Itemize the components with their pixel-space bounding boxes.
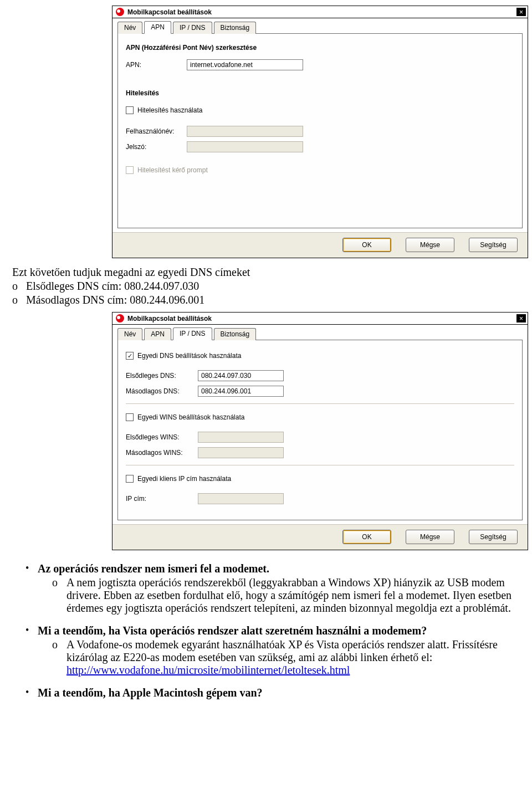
apn-label: APN: — [126, 61, 187, 69]
sub-bullet-marker: o — [52, 638, 66, 677]
dns-intro-text: Ezt követően tudjuk megadni az egyedi DN… — [12, 266, 520, 279]
window-title: Mobilkapcsolat beállítások — [127, 315, 513, 322]
close-icon[interactable]: × — [516, 314, 526, 322]
use-wins-label: Egyedi WINS beállítások használata — [137, 413, 244, 421]
use-ip-label: Egyedi kliens IP cím használata — [137, 475, 231, 483]
tabstrip: Név APN IP / DNS Biztonság — [112, 325, 528, 340]
ip-label: IP cím: — [126, 495, 198, 503]
apn-section-heading: APN (Hozzáférési Pont Név) szerkesztése — [126, 44, 514, 52]
dns2-input[interactable] — [198, 386, 284, 397]
tab-ip-dns[interactable]: IP / DNS — [173, 327, 212, 340]
use-ip-checkbox[interactable] — [126, 475, 134, 483]
dns-secondary-label: Másodlagos DNS cím: 080.244.096.001 — [26, 294, 204, 306]
tabpage-ipdns: ✓ Egyedi DNS beállítások használata Első… — [117, 340, 523, 520]
faq-q3: Mi a teendőm, ha Apple Macintosh gépem v… — [38, 687, 263, 699]
vodafone-icon — [116, 314, 124, 322]
tab-apn[interactable]: APN — [144, 21, 171, 34]
tabpage-apn: APN (Hozzáférési Pont Név) szerkesztése … — [117, 33, 523, 228]
auth-section-heading: Hitelesítés — [126, 89, 514, 97]
auth-prompt-checkbox[interactable] — [126, 166, 134, 174]
wins2-label: Másodlagos WINS: — [126, 449, 198, 457]
password-label: Jelszó: — [126, 143, 187, 151]
tab-security[interactable]: Biztonság — [214, 328, 257, 340]
window-title: Mobilkapcsolat beállítások — [127, 8, 513, 16]
divider — [126, 403, 514, 404]
tabstrip: Név APN IP / DNS Biztonság — [112, 18, 528, 33]
use-wins-checkbox[interactable] — [126, 413, 134, 421]
tab-apn[interactable]: APN — [144, 328, 171, 340]
titlebar: Mobilkapcsolat beállítások × — [112, 313, 528, 325]
titlebar: Mobilkapcsolat beállítások × — [112, 6, 528, 18]
tab-ip-dns[interactable]: IP / DNS — [173, 22, 212, 34]
button-bar: OK Mégse Segítség — [112, 232, 528, 258]
dns1-input[interactable] — [198, 370, 284, 381]
username-input[interactable] — [187, 126, 303, 137]
help-button[interactable]: Segítség — [469, 238, 518, 252]
dns1-label: Elsődleges DNS: — [126, 372, 198, 380]
bullet-icon: • — [25, 687, 38, 699]
doc-section-dns-intro: Ezt követően tudjuk megadni az egyedi DN… — [12, 266, 520, 306]
divider — [126, 465, 514, 465]
cancel-button[interactable]: Mégse — [406, 530, 454, 544]
dns-secondary-line: o Másodlagos DNS cím: 080.244.096.001 — [12, 294, 520, 306]
ip-input[interactable] — [198, 493, 284, 504]
dns-primary-label: Elsődleges DNS cím: 080.244.097.030 — [26, 280, 199, 292]
wins2-input[interactable] — [198, 447, 284, 458]
download-link[interactable]: http://www.vodafone.hu/microsite/mobilin… — [66, 664, 350, 676]
vodafone-icon — [116, 8, 124, 16]
tab-name[interactable]: Név — [117, 328, 142, 340]
faq-a2-text: A Vodafone-os modemek egyaránt használha… — [66, 638, 498, 663]
bullet-icon: • — [25, 624, 38, 677]
faq-q2: Mi a teendőm, ha Vista operációs rendsze… — [38, 624, 427, 637]
wins1-input[interactable] — [198, 432, 284, 443]
sub-bullet-marker: o — [52, 576, 66, 615]
ok-button[interactable]: OK — [342, 238, 391, 252]
password-input[interactable] — [187, 141, 303, 152]
faq-q1: Az operációs rendszer nem ismeri fel a m… — [38, 562, 269, 575]
button-bar: OK Mégse Segítség — [112, 524, 528, 550]
use-dns-checkbox[interactable]: ✓ — [126, 352, 134, 360]
use-auth-label: Hitelesítés használata — [137, 106, 202, 114]
cancel-button[interactable]: Mégse — [406, 238, 454, 252]
use-auth-checkbox[interactable] — [126, 106, 134, 114]
dialog-mobile-connection-ipdns: Mobilkapcsolat beállítások × Név APN IP … — [112, 312, 528, 550]
auth-prompt-label: Hitelesítést kérő prompt — [137, 166, 208, 174]
help-button[interactable]: Segítség — [469, 530, 518, 544]
wins1-label: Elsődleges WINS: — [126, 433, 198, 441]
username-label: Felhasználónév: — [126, 127, 187, 135]
faq-block: • Az operációs rendszer nem ismeri fel a… — [12, 562, 520, 699]
faq-a1: A nem jogtiszta operációs rendszerekből … — [66, 576, 520, 615]
ok-button[interactable]: OK — [342, 530, 391, 544]
dns2-label: Másodlagos DNS: — [126, 387, 198, 395]
close-icon[interactable]: × — [516, 8, 526, 16]
bullet-icon: • — [25, 562, 38, 615]
tab-security[interactable]: Biztonság — [214, 22, 257, 34]
apn-input[interactable] — [187, 59, 303, 70]
dialog-mobile-connection-apn: Mobilkapcsolat beállítások × Név APN IP … — [112, 6, 528, 258]
use-dns-label: Egyedi DNS beállítások használata — [137, 352, 241, 360]
tab-name[interactable]: Név — [117, 22, 142, 34]
faq-a2: A Vodafone-os modemek egyaránt használha… — [66, 638, 520, 677]
dns-primary-line: o Elsődleges DNS cím: 080.244.097.030 — [12, 280, 520, 293]
